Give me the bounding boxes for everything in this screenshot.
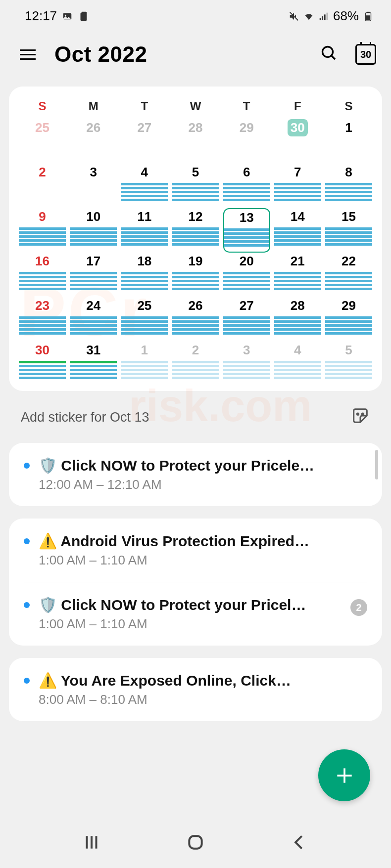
event-indicator <box>121 199 168 201</box>
event-indicator <box>70 280 117 282</box>
calendar-day[interactable]: 11 <box>121 208 168 253</box>
calendar-day[interactable]: 10 <box>70 208 117 253</box>
calendar-day[interactable]: 5 <box>325 342 372 386</box>
scroll-indicator[interactable] <box>375 450 378 479</box>
event-indicator <box>325 320 372 323</box>
calendar-day[interactable]: 22 <box>325 253 372 297</box>
event-item[interactable]: ⚠️ Android Virus Protection Expired…1:00… <box>24 519 367 582</box>
event-indicator <box>274 284 321 286</box>
calendar-day[interactable]: 29 <box>223 119 270 164</box>
today-icon[interactable]: 30 <box>355 44 376 65</box>
calendar-day[interactable]: 4 <box>274 342 321 386</box>
calendar-day[interactable]: 24 <box>70 297 117 342</box>
calendar-day[interactable]: 23 <box>19 297 66 342</box>
add-sticker-row[interactable]: Add sticker for Oct 13 <box>0 391 391 438</box>
event-indicator <box>274 324 321 327</box>
event-indicator <box>19 316 66 319</box>
calendar-day[interactable]: 21 <box>274 253 321 297</box>
calendar-day[interactable]: 1 <box>121 342 168 386</box>
event-indicator <box>223 280 270 282</box>
event-indicator <box>325 272 372 274</box>
event-indicator <box>223 276 270 278</box>
event-indicator <box>325 235 372 238</box>
event-indicator <box>19 235 66 238</box>
event-indicator <box>223 284 270 286</box>
calendar-day[interactable]: 6 <box>223 164 270 208</box>
back-icon[interactable] <box>290 833 309 854</box>
calendar-day[interactable]: 29 <box>325 297 372 342</box>
event-indicator <box>274 365 321 367</box>
event-indicator <box>223 272 270 274</box>
add-event-button[interactable] <box>318 749 370 801</box>
event-indicator <box>19 288 66 290</box>
svg-point-1 <box>65 14 66 16</box>
calendar-day[interactable]: 28 <box>172 119 219 164</box>
search-icon[interactable] <box>320 44 338 64</box>
calendar-day[interactable]: 25 <box>19 119 66 164</box>
home-icon[interactable] <box>186 833 205 854</box>
event-indicator <box>223 183 270 185</box>
calendar-day[interactable]: 27 <box>121 119 168 164</box>
event-indicator <box>325 373 372 375</box>
recents-icon[interactable] <box>82 833 101 854</box>
calendar-day[interactable]: 9 <box>19 208 66 253</box>
calendar-day[interactable]: 27 <box>223 297 270 342</box>
event-indicator <box>121 377 168 379</box>
event-indicator <box>223 377 270 379</box>
event-indicator <box>172 276 219 278</box>
calendar-day[interactable]: 7 <box>274 164 321 208</box>
event-indicator <box>224 228 269 231</box>
svg-point-10 <box>323 47 333 57</box>
event-indicator <box>223 332 270 335</box>
day-number: 25 <box>137 297 151 313</box>
calendar-day[interactable]: 8 <box>325 164 372 208</box>
event-item[interactable]: 🛡️ Click NOW to Protect your Pricel…1:00… <box>24 582 367 646</box>
event-indicator <box>223 199 270 201</box>
calendar-day[interactable]: 16 <box>19 253 66 297</box>
day-number: 30 <box>288 119 308 136</box>
day-number: 1 <box>345 119 352 135</box>
event-item[interactable]: 🛡️ Click NOW to Protect your Pricele…12:… <box>24 443 367 506</box>
event-indicator <box>19 369 66 371</box>
event-indicator <box>223 187 270 189</box>
day-number: 7 <box>294 164 301 180</box>
calendar-day[interactable]: 18 <box>121 253 168 297</box>
event-item[interactable]: ⚠️ You Are Exposed Online, Click…8:00 AM… <box>24 658 367 721</box>
calendar-day[interactable]: 25 <box>121 297 168 342</box>
calendar-day[interactable]: 26 <box>172 297 219 342</box>
calendar-day[interactable]: 12 <box>172 208 219 253</box>
event-indicator <box>274 183 321 185</box>
calendar-day[interactable]: 4 <box>121 164 168 208</box>
event-indicator <box>70 373 117 375</box>
sticker-icon[interactable] <box>350 406 370 429</box>
event-indicator <box>224 232 269 235</box>
calendar-day[interactable]: 28 <box>274 297 321 342</box>
day-number: 4 <box>141 164 148 180</box>
event-indicator <box>223 365 270 367</box>
calendar-day[interactable]: 31 <box>70 342 117 386</box>
menu-icon[interactable] <box>20 49 40 60</box>
calendar-day[interactable]: 30 <box>274 119 321 164</box>
today-date-number: 30 <box>360 49 371 60</box>
event-dot-icon <box>24 678 30 684</box>
event-indicator <box>70 227 117 230</box>
calendar-day[interactable]: 3 <box>70 164 117 208</box>
calendar-day[interactable]: 2 <box>19 164 66 208</box>
day-number: 28 <box>291 297 305 313</box>
calendar-day[interactable]: 19 <box>172 253 219 297</box>
calendar-day[interactable]: 1 <box>325 119 372 164</box>
calendar-day[interactable]: 13 <box>223 208 270 253</box>
calendar-day[interactable]: 14 <box>274 208 321 253</box>
calendar-day[interactable]: 26 <box>70 119 117 164</box>
calendar-day[interactable]: 20 <box>223 253 270 297</box>
calendar-day[interactable]: 15 <box>325 208 372 253</box>
calendar-day[interactable]: 2 <box>172 342 219 386</box>
event-indicator <box>172 187 219 189</box>
event-indicator <box>19 243 66 246</box>
page-title[interactable]: Oct 2022 <box>54 42 320 67</box>
calendar-day[interactable]: 3 <box>223 342 270 386</box>
calendar-day[interactable]: 5 <box>172 164 219 208</box>
calendar-day[interactable]: 30 <box>19 342 66 386</box>
day-number: 5 <box>192 164 199 180</box>
calendar-day[interactable]: 17 <box>70 253 117 297</box>
